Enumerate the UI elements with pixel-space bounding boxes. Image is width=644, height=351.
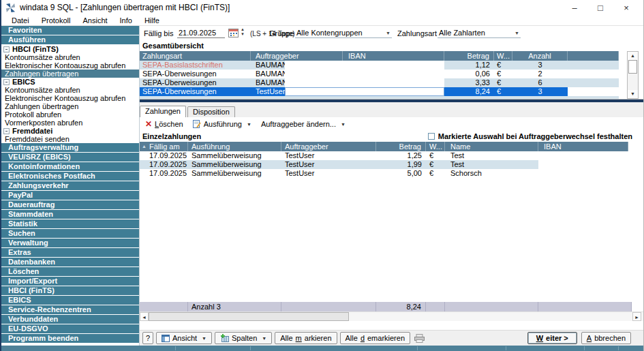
keep-selection-option[interactable]: Markierte Auswahl bei Auftraggeberwechse… [428, 132, 632, 140]
calendar-icon[interactable] [228, 29, 239, 37]
column-header[interactable]: W... [426, 142, 445, 151]
column-header[interactable]: Anzahl [512, 51, 568, 61]
scrollbar-thumb[interactable] [149, 312, 349, 321]
ansicht-button[interactable]: Ansicht ▼ [156, 332, 212, 344]
table-row[interactable]: SEPA-Überweisungen BAUMANN 0,06 € 2 [140, 70, 619, 78]
maximize-icon[interactable]: □ [587, 1, 613, 14]
overview-vertical-scrollbar[interactable]: ▲ ▼ [627, 51, 639, 99]
sidebar-item[interactable]: Elektronischer Kontoauszug abrufen [1, 94, 139, 102]
sidebar-item[interactable]: EBICS [1, 78, 139, 86]
sidebar-item[interactable]: Elektronisches Postfach [1, 172, 139, 181]
sidebar-item[interactable]: Favoriten [1, 26, 139, 35]
zahlungsart-label: Zahlungsart [397, 29, 437, 37]
alle-markieren-button[interactable]: Alle markieren [275, 332, 337, 344]
sidebar-item[interactable]: Ausführen [1, 35, 139, 44]
scroll-left-icon[interactable]: ◄ [140, 312, 149, 321]
tab[interactable]: Disposition [187, 106, 235, 117]
iban-edit-cell[interactable] [285, 87, 444, 96]
sidebar-item[interactable]: Kontoumsätze abrufen [1, 86, 139, 94]
table-row[interactable]: SEPA-Überweisungen TestUser 8,24 € 3 [140, 87, 619, 96]
keep-selection-checkbox[interactable] [428, 133, 435, 140]
sidebar-item[interactable]: Verwaltung [1, 239, 139, 247]
sidebar-item[interactable]: Auftragsverwaltung [1, 143, 139, 152]
sidebar-item[interactable]: Zahlungen übertragen [1, 102, 139, 110]
sidebar-item[interactable]: Dauerauftrag [1, 200, 139, 209]
column-header[interactable]: ▲ Fällig am [140, 142, 188, 151]
sidebar-item[interactable]: Protokoll abrufen [1, 110, 139, 119]
sidebar-item[interactable]: Statistik [1, 219, 139, 228]
sidebar-item[interactable]: HBCI (FinTS) [1, 286, 139, 295]
menu-item[interactable]: Datei [5, 15, 35, 26]
table-row[interactable]: 17.09.2025 Sammelüberweisung TestUser 1,… [140, 151, 628, 160]
table-row[interactable]: SEPA-Basislastschriften BAUMANN 1,12 € 3 [140, 61, 619, 70]
sidebar-item[interactable]: Kontoinformationen [1, 162, 139, 171]
sidebar-item[interactable]: Löschen [1, 267, 139, 276]
table-row[interactable]: SEPA-Überweisungen BAUMANN 3,33 € 6 [140, 78, 619, 87]
iban-edit-cell[interactable] [285, 61, 444, 70]
sidebar-item[interactable]: Verbunddaten [1, 315, 139, 324]
iban-edit-cell[interactable] [285, 78, 444, 87]
scrollbar-thumb[interactable] [628, 60, 637, 74]
sidebar-item[interactable]: Zahlungsverkehr [1, 181, 139, 190]
column-header[interactable]: Betrag [444, 51, 494, 61]
menu-item[interactable]: Ansicht [76, 15, 113, 26]
auftraggeber-aendern-button[interactable]: Auftraggeber ändern... ▼ [258, 120, 348, 128]
sidebar-item[interactable]: Programm beenden [1, 334, 139, 343]
table-row[interactable]: 17.09.2025 Sammelüberweisung TestUser 1,… [140, 160, 628, 169]
printer-icon[interactable] [414, 334, 425, 343]
sidebar-item[interactable]: Import/Export [1, 277, 139, 286]
date-spinner[interactable]: ▲ ▼ [241, 27, 245, 37]
abbrechen-button[interactable]: Abbrechen [581, 332, 631, 344]
table-row[interactable]: 17.09.2025 Sammelüberweisung TestUser 5,… [140, 169, 628, 178]
scroll-up-icon[interactable]: ▲ [628, 52, 638, 60]
column-header[interactable]: IBAN [343, 51, 444, 61]
sidebar-item[interactable]: EBICS [1, 296, 139, 305]
sidebar-item[interactable]: PayPal [1, 191, 139, 200]
spinner-down-icon[interactable]: ▼ [241, 32, 245, 37]
sidebar-item[interactable]: Suchen [1, 229, 139, 238]
delete-button[interactable]: ✕ Löschen [142, 119, 186, 129]
close-icon[interactable]: × [613, 1, 639, 14]
zahlungsart-select[interactable]: Alle Zahlarten ▼ [438, 28, 521, 38]
minimize-icon[interactable]: – [562, 1, 587, 14]
weiter-button[interactable]: Weiter > [527, 332, 577, 344]
sidebar-item[interactable]: Extras [1, 248, 139, 257]
spalten-button[interactable]: Spalten ▼ [215, 332, 272, 344]
column-header[interactable]: W... [494, 51, 512, 61]
spinner-up-icon[interactable]: ▲ [241, 27, 245, 32]
sidebar-item[interactable]: Zahlungen übertragen [1, 70, 139, 78]
menu-item[interactable]: Info [114, 15, 138, 26]
column-header[interactable]: Auftraggeber [281, 142, 376, 151]
due-date-input[interactable]: 21.09.2025 [177, 28, 225, 38]
column-header[interactable]: IBAN [538, 142, 628, 151]
column-header[interactable]: Ausführung [188, 142, 281, 151]
menu-item[interactable]: Protokoll [35, 15, 77, 26]
help-button[interactable]: ? [142, 332, 153, 344]
gruppe-select[interactable]: Alle Kontengruppen ▼ [295, 28, 392, 38]
alle-demarkieren-button[interactable]: Alle demarkieren [340, 332, 411, 344]
payments-vertical-scrollbar[interactable] [630, 151, 634, 260]
sidebar-item[interactable]: Kontoumsätze abrufen [1, 53, 139, 61]
horizontal-scrollbar[interactable]: ◄ ► [140, 311, 643, 321]
scroll-down-icon[interactable]: ▼ [628, 90, 638, 98]
sidebar-item[interactable]: EU-DSGVO [1, 324, 139, 333]
ausfuehrung-button[interactable]: Ausführung ▼ [190, 120, 254, 128]
sidebar-item[interactable]: Fremddatei senden [1, 135, 139, 143]
column-header[interactable] [568, 51, 619, 61]
scroll-right-icon[interactable]: ► [632, 312, 641, 321]
sidebar-item[interactable]: VEU/SRZ (EBICS) [1, 153, 139, 162]
sidebar-item[interactable]: HBCI (FinTS) [1, 45, 139, 53]
sidebar-item[interactable]: Vormerkposten abrufen [1, 119, 139, 127]
sidebar-item[interactable]: Datenbanken [1, 258, 139, 266]
menu-item[interactable]: Hilfe [138, 15, 166, 26]
iban-edit-cell[interactable] [285, 70, 444, 78]
sidebar-item[interactable]: Service-Rechenzentren [1, 305, 139, 314]
column-header[interactable]: Auftraggeber [251, 51, 343, 61]
column-header[interactable]: Name [445, 142, 538, 151]
column-header[interactable]: Zahlungsart [140, 51, 251, 61]
sidebar-item[interactable]: Stammdaten [1, 210, 139, 219]
tab[interactable]: Zahlungen [140, 106, 186, 117]
sidebar-item[interactable]: Elektronischer Kontoauszug abrufen [1, 61, 139, 70]
column-header[interactable]: Betrag [376, 142, 426, 151]
sidebar-item[interactable]: Fremddatei [1, 127, 139, 135]
